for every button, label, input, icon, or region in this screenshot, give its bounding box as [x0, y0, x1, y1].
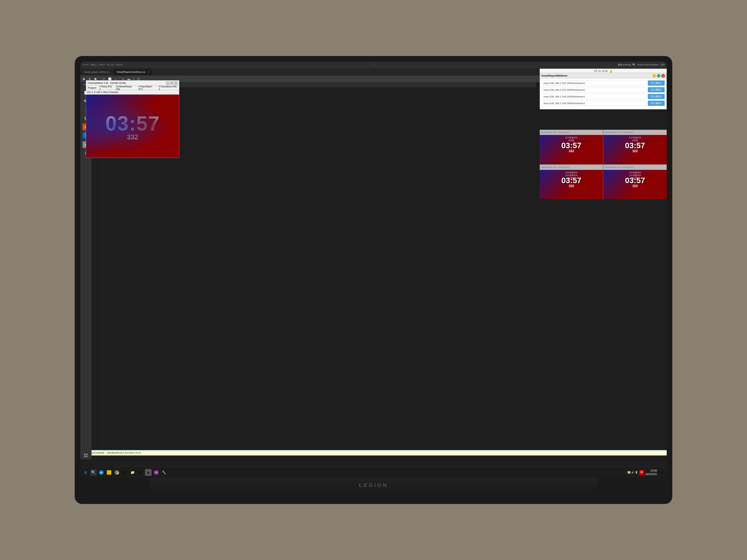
- stop-play-1-btn[interactable]: 停止播放1: [648, 80, 665, 86]
- taskbar-search-icon[interactable]: 🔍: [90, 469, 97, 476]
- clock-time: 15:50: [645, 469, 657, 472]
- sw-info-label: Info: [87, 91, 91, 94]
- taskbar-tool-icon[interactable]: 🔧: [161, 469, 167, 476]
- stream-url-4[interactable]: [542, 101, 647, 106]
- stopwatch-menu: Program # Reset (F5) # Continue/Pause (F…: [86, 85, 179, 90]
- preview-sub-2: 162: [632, 149, 638, 153]
- tray-wifi: 📶: [627, 471, 630, 474]
- stopwatch-info-bar: Info # # LNG # More Freeware: [86, 90, 179, 95]
- preview-top-bar-3: OnlyStopWatch 3.36 - x32/x86 (32-Bit): [540, 165, 603, 170]
- stream-url-3[interactable]: [542, 94, 647, 99]
- taskbar-edge-icon[interactable]: e: [98, 469, 105, 476]
- preview-grid: OnlyStopWatch 3.36 - x32/x86 (32-Bit) 大牛…: [540, 130, 667, 199]
- date-bar-icon: 🔔: [610, 70, 613, 73]
- ide-search-label: 搜索 (Ctrl+Q): [618, 63, 631, 66]
- preview-sub-1: 162: [568, 149, 574, 153]
- login-label[interactable]: 登录: [660, 63, 665, 66]
- smartplayer-body: 停止播放1 停止播放2 停止播放3 停止播放4: [540, 79, 667, 109]
- stopwatch-minimize-btn[interactable]: _: [166, 81, 170, 85]
- stopwatch-display: 03:57 332: [86, 95, 179, 158]
- preview-overlay-1: 大牛直播SDK试用版: [540, 136, 603, 142]
- preview-display-3: OnlyStopWatch 3.36 - x32/x86 (32-Bit) 大牛…: [540, 165, 603, 199]
- notification-bar: 要将输入定向到虚拟机，请将鼠标指针移入其中或按 Ctrl+G。: [80, 450, 667, 455]
- preview-cell-4: OnlyStopWatch 3.36 - x32/x86 (32-Bit) 大牛…: [603, 165, 667, 199]
- stream-url-2[interactable]: [542, 87, 647, 92]
- preview-cell-2: OnlyStopWatch 3.36 - x32/x86 (32-Bit) 大牛…: [603, 130, 667, 164]
- preview-sub-4: 162: [632, 184, 638, 188]
- sw-info-more[interactable]: More Freeware: [103, 91, 118, 94]
- ide-search-icon[interactable]: 🔍: [632, 63, 636, 66]
- sw-info-hash2: # LNG #: [94, 91, 102, 94]
- webcam: [372, 63, 375, 66]
- ime-indicator[interactable]: 中: [639, 470, 644, 475]
- preview-time-2: 03:57: [625, 141, 645, 150]
- stream-row-2: 停止播放2: [542, 87, 665, 92]
- taskbar-settings-icon[interactable]: ⚙: [137, 469, 144, 476]
- smartu3d-label: SmartU3dLinuxPlayer: [637, 63, 659, 66]
- preview-time-1: 03:57: [561, 141, 581, 150]
- smartplayer-window-controls: - □ ×: [652, 74, 665, 78]
- taskbar-clock[interactable]: 15:50 2022/3/31: [645, 469, 657, 476]
- taskbar-unity-icon[interactable]: ▲: [145, 469, 152, 476]
- taskbar-vs-icon[interactable]: VS: [153, 469, 159, 476]
- preview-cell-3: OnlyStopWatch 3.36 - x32/x86 (32-Bit) 大牛…: [540, 165, 603, 199]
- stopwatch-window: OnlyStopWatch 3.36 - x32/x86 (32-Bit) _ …: [86, 80, 179, 158]
- sw-menu-continue[interactable]: Continue/Pause (F6): [115, 85, 136, 90]
- tray-battery: 🔋: [635, 471, 638, 474]
- tab-close-icon[interactable]: ×: [148, 71, 149, 73]
- preview-cell-1: OnlyStopWatch 3.36 - x32/x86 (32-Bit) 大牛…: [540, 130, 603, 164]
- ime-label: 中: [640, 471, 643, 474]
- tray-speaker[interactable]: 🔊: [631, 471, 634, 474]
- sidebar-grid-icon[interactable]: [84, 454, 88, 457]
- ide-menu-edit[interactable]: 编辑(E): [91, 63, 97, 66]
- smartplayer-window: SmartPlayerSDKDemo - □ × 停止播放1: [540, 73, 667, 109]
- sp-maximize-btn[interactable]: □: [657, 74, 661, 78]
- laptop-shell: 文件(F) 编辑(E) 查看(V) 窗口(W) 帮助(H) 搜索 (Ctrl+Q…: [75, 56, 672, 504]
- toolbar-run-btn[interactable]: ▶: [82, 77, 86, 81]
- sp-minimize-btn[interactable]: -: [652, 74, 656, 78]
- taskbar-chrome-icon[interactable]: [113, 469, 120, 476]
- tab-smartplayer-mono[interactable]: SmartPlayerLinuxMono.cs ×: [113, 68, 153, 76]
- stop-play-4-btn[interactable]: 停止播放4: [648, 101, 665, 106]
- sp-close-btn[interactable]: ×: [661, 74, 665, 78]
- preview-top-bar-2: OnlyStopWatch 3.36 - x32/x86 (32-Bit): [603, 130, 667, 135]
- taskbar-files-icon[interactable]: 📁: [129, 469, 136, 476]
- preview-bar-label-3: OnlyStopWatch 3.36 - x32/x86 (32-Bit): [541, 166, 569, 168]
- preview-display-4: OnlyStopWatch 3.36 - x32/x86 (32-Bit) 大牛…: [603, 165, 667, 199]
- taskbar-store-icon[interactable]: 🛍: [121, 469, 128, 476]
- stop-play-2-btn[interactable]: 停止播放2: [648, 87, 665, 92]
- sw-menu-countdown[interactable]: # Countdown (F8) #: [158, 85, 178, 90]
- sw-menu-stop[interactable]: # Stop-Watch (F7): [138, 85, 156, 90]
- preview-bar-label-1: OnlyStopWatch 3.36 - x32/x86 (32-Bit): [541, 131, 569, 133]
- stopwatch-title-text: OnlyStopWatch 3.36 - x32/x86 (32-Bit): [87, 82, 126, 84]
- tab-label-1: smart_player_define.cs: [84, 71, 109, 73]
- stopwatch-maximize-btn[interactable]: □: [170, 81, 174, 85]
- taskbar-explorer-icon[interactable]: [106, 469, 112, 476]
- preview-overlay-4: 大牛直播SDK大牛直播SDK试用版: [603, 171, 667, 180]
- ide-menu-file[interactable]: 文件(F): [82, 63, 89, 66]
- taskbar-tray: ^ 📶 🔊 🔋: [626, 471, 638, 474]
- preview-top-bar-4: OnlyStopWatch 3.36 - x32/x86 (32-Bit): [603, 165, 667, 170]
- start-button[interactable]: ⊞: [82, 469, 89, 476]
- ide-menu-view[interactable]: 查看(V): [99, 63, 106, 66]
- preview-display-2: OnlyStopWatch 3.36 - x32/x86 (32-Bit) 大牛…: [603, 130, 667, 164]
- preview-overlay-3: 大牛直播SDK大牛直播SDK试用版: [540, 171, 603, 180]
- tray-chevron[interactable]: ^: [626, 471, 627, 474]
- desktop-area: 文件(F) 编辑(E) 查看(V) 窗口(W) 帮助(H) 搜索 (Ctrl+Q…: [80, 61, 667, 467]
- screen-bezel: 文件(F) 编辑(E) 查看(V) 窗口(W) 帮助(H) 搜索 (Ctrl+Q…: [80, 61, 667, 478]
- action-center-icon[interactable]: 🗨: [658, 469, 665, 476]
- ide-menu-window[interactable]: 窗口(W): [107, 63, 114, 66]
- preview-overlay-2: 大牛直播SDK试用版: [603, 136, 667, 142]
- stream-url-1[interactable]: [542, 80, 647, 86]
- sw-info-hash1: #: [92, 91, 93, 94]
- clock-date: 2022/3/31: [645, 473, 657, 476]
- tab-smart-player-define[interactable]: smart_player_define.cs: [80, 68, 113, 76]
- stop-play-3-btn[interactable]: 停止播放3: [648, 94, 665, 99]
- sw-menu-program[interactable]: Program: [87, 87, 97, 89]
- stream-row-1: 停止播放1: [542, 80, 665, 86]
- stopwatch-close-btn[interactable]: ×: [174, 81, 178, 85]
- stream-row-3: 停止播放3: [542, 94, 665, 99]
- tab-label-2: SmartPlayerLinuxMono.cs: [117, 71, 145, 73]
- ide-menu-help[interactable]: 帮助(H): [116, 63, 123, 66]
- sw-menu-reset[interactable]: # Reset (F5) #: [99, 85, 114, 90]
